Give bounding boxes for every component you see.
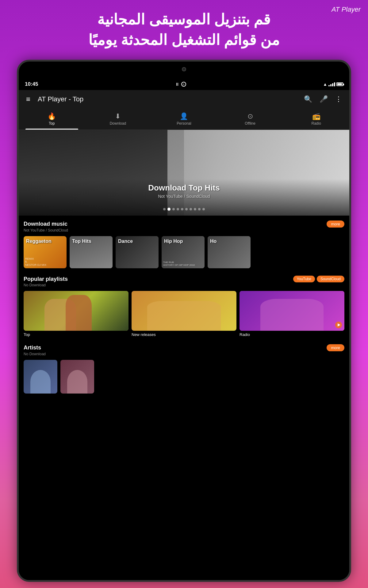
artists-more-button[interactable]: more [327,344,344,351]
top-hits-label2: Top Hits [72,239,91,244]
dot-9[interactable] [202,208,205,210]
hiphop-label: Hip Hop [164,239,183,244]
new-releases-thumb [132,291,236,331]
top-tab-icon: 🔥 [48,112,56,120]
music-card-top-hits[interactable]: Top Hits Top Hits [70,236,113,268]
radio-tab-label: Radio [311,121,321,126]
artist-thumb-2[interactable] [60,360,94,394]
download-more-button[interactable]: more [327,221,344,228]
hero-text-area: Download Top Hits Not YouTube / SoundClo… [19,183,349,199]
search-icon[interactable]: 🔍 [301,93,315,106]
new-releases-label: New releases [132,332,236,337]
reggaeton-sublabel: REMIXft.NESTOR DJ MIX [25,258,65,267]
playlist-grid: Top New releases [24,291,344,337]
popular-playlists-section: Popular playlists YouTube SoundCloud No … [19,271,349,339]
youtube-filter-button[interactable]: YouTube [293,276,315,282]
nav-tabs: 🔥 Top ⬇ Download 👤 Personal ⊙ Offline 📻 … [19,108,349,130]
playlists-subtitle: No Download [24,283,344,287]
arabic-line2: من قوائم التشغيل المحدثة يوميًا [18,30,350,50]
playlist-item-new-releases[interactable]: New releases [132,291,236,337]
status-right: ▲ [323,82,343,87]
dot-8[interactable] [198,208,201,210]
phone-frame: 10:45 ⏸ ⊙ ▲ [17,60,351,582]
app-toolbar-title: AT Player - Top [38,95,298,103]
wifi-icon: ▲ [323,82,327,87]
playlists-section-title: Popular playlists [24,276,68,282]
cast-icon: ⊙ [181,82,186,87]
top-tab-label: Top [49,121,55,126]
radio-tab-icon: 📻 [312,112,320,120]
artists-section-header: Artists more [24,344,344,351]
radio-playlist-thumb [240,291,344,331]
dots-indicator [19,208,349,211]
tab-offline[interactable]: ⊙ Offline [217,108,283,130]
radio-playlist-label: Radio [240,332,344,337]
dot-1[interactable] [167,208,171,211]
arabic-header: قم بتنزيل الموسيقى المجانية من قوائم الت… [0,9,368,50]
dot-5[interactable] [185,208,188,210]
download-tab-icon: ⬇ [115,112,121,120]
dot-3[interactable] [177,208,179,210]
personal-tab-icon: 👤 [180,112,188,120]
status-bar: 10:45 ⏸ ⊙ ▲ [19,78,349,90]
ho-label: Ho [210,239,217,244]
hero-title: Download Top Hits [19,183,349,193]
reggaeton-label: Reggaeton [26,239,52,244]
tab-download[interactable]: ⬇ Download [85,108,151,130]
hamburger-menu-icon[interactable]: ≡ [24,92,33,106]
battery-icon [336,82,343,86]
dot-7[interactable] [194,208,196,210]
download-section-header: Download music more [24,221,344,228]
playlist-item-top[interactable]: Top [24,291,128,337]
artist-thumbnails [24,360,344,394]
offline-tab-label: Offline [245,121,255,126]
radio-thumb-bg [240,291,344,331]
offline-tab-icon: ⊙ [247,112,253,120]
artists-section: Artists more No Download [19,339,349,396]
dance-label: Dance [118,239,133,244]
artists-subtitle: No Download [24,352,344,356]
mic-icon[interactable]: 🎤 [317,93,330,106]
toolbar-actions: 🔍 🎤 ⋮ [301,93,344,106]
playlist-filter-buttons: YouTube SoundCloud [293,276,344,282]
arabic-line1: قم بتنزيل الموسيقى المجانية [18,9,350,30]
phone-top-bar [19,62,349,78]
top-playlist-thumb [24,291,128,331]
tab-personal[interactable]: 👤 Personal [151,108,217,130]
tab-top[interactable]: 🔥 Top [19,108,85,130]
download-music-section: Download music more Not YouTube / SoundC… [19,216,349,271]
dot-6[interactable] [190,208,192,210]
personal-tab-label: Personal [177,121,191,126]
hero-subtitle: Not YouTube / SoundCloud [19,194,349,199]
pause-icon: ⏸ [175,82,179,87]
playlists-section-header: Popular playlists YouTube SoundCloud [24,276,344,282]
more-options-icon[interactable]: ⋮ [333,93,344,106]
download-section-subtitle: Not YouTube / SoundCloud [24,228,344,232]
music-card-hiphop[interactable]: Hip Hop THE RUBHISTORY OF HIP HOP 2010 [162,236,205,268]
signal-icon [328,82,335,86]
phone-screen: 10:45 ⏸ ⊙ ▲ [19,78,349,580]
hero-banner[interactable]: Download Top Hits Not YouTube / SoundClo… [19,130,349,216]
download-section-title: Download music [24,221,67,227]
soundcloud-filter-button[interactable]: SoundCloud [317,276,344,282]
dot-0[interactable] [163,208,166,210]
top-playlist-label: Top [24,332,128,337]
status-icons: ⏸ ⊙ [175,82,186,87]
music-cards-list: Reggaeton REMIXft.NESTOR DJ MIX Top Hits… [24,236,344,268]
download-tab-label: Download [110,121,126,126]
artists-section-title: Artists [24,345,41,351]
music-card-dance[interactable]: Dance [116,236,159,268]
status-time: 10:45 [25,81,38,87]
tab-radio[interactable]: 📻 Radio [283,108,349,130]
top-thumb-bg [24,291,128,331]
dot-2[interactable] [172,208,175,210]
dot-4[interactable] [181,208,183,210]
phone-camera [182,67,186,71]
music-card-reggaeton[interactable]: Reggaeton REMIXft.NESTOR DJ MIX [24,236,67,268]
app-toolbar: ≡ AT Player - Top 🔍 🎤 ⋮ [19,90,349,108]
playlist-item-radio[interactable]: Radio [240,291,344,337]
music-card-ho[interactable]: Ho [208,236,251,268]
artist-thumb-1[interactable] [24,360,57,394]
